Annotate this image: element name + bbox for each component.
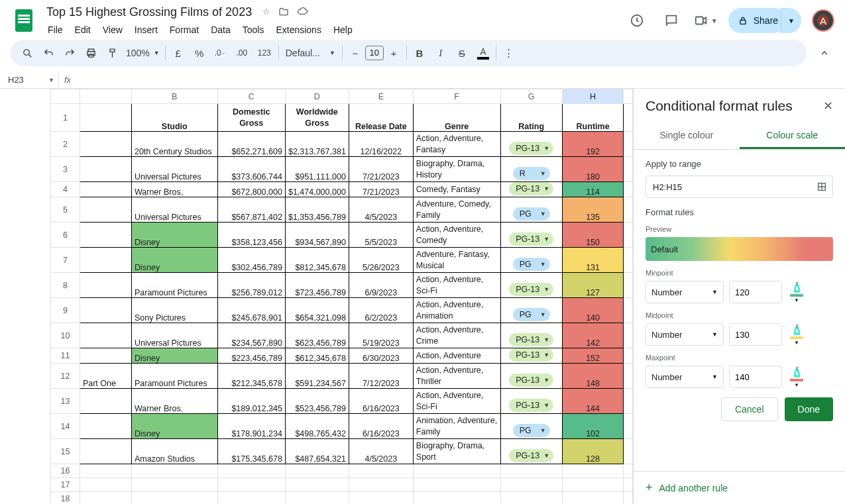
cell[interactable] bbox=[217, 478, 285, 492]
cell-studio[interactable]: Universal Pictures bbox=[131, 157, 217, 182]
header-cell[interactable]: Domestic Gross bbox=[217, 104, 285, 132]
font-size-increase[interactable]: + bbox=[384, 43, 404, 63]
cell-a[interactable] bbox=[80, 298, 131, 323]
cell[interactable] bbox=[217, 464, 285, 478]
share-button[interactable]: Share bbox=[728, 8, 786, 33]
strike-icon[interactable]: S bbox=[452, 43, 472, 63]
cell-rating[interactable]: PG▼ bbox=[500, 414, 562, 439]
cell[interactable] bbox=[349, 492, 413, 505]
row-header[interactable]: 9 bbox=[51, 298, 80, 323]
cell-domestic[interactable]: $178,901,234 bbox=[217, 414, 285, 439]
cell-studio[interactable]: Warner Bros. bbox=[131, 389, 217, 414]
rating-pill[interactable]: PG▼ bbox=[513, 308, 550, 321]
cell-runtime[interactable]: 140 bbox=[562, 298, 624, 323]
col-header[interactable]: F bbox=[413, 89, 500, 104]
row-header[interactable]: 16 bbox=[51, 464, 80, 478]
menu-help[interactable]: Help bbox=[328, 22, 358, 38]
cell[interactable] bbox=[285, 464, 349, 478]
cell[interactable] bbox=[131, 464, 217, 478]
cell-domestic[interactable]: $358,123,456 bbox=[217, 223, 285, 248]
cell-a[interactable] bbox=[80, 348, 131, 364]
cell-genre[interactable]: Action, Adventure, Sci-Fi bbox=[413, 389, 500, 414]
row-header[interactable]: 13 bbox=[51, 389, 80, 414]
cell-runtime[interactable]: 127 bbox=[562, 273, 624, 298]
cell-date[interactable]: 7/21/2023 bbox=[349, 182, 413, 197]
row-header[interactable]: 17 bbox=[51, 478, 80, 492]
cell-worldwide[interactable]: $934,567,890 bbox=[285, 223, 349, 248]
col-header[interactable] bbox=[80, 89, 131, 104]
sheets-logo[interactable] bbox=[11, 7, 37, 34]
cell-worldwide[interactable]: $487,654,321 bbox=[285, 439, 349, 464]
cell[interactable] bbox=[285, 478, 349, 492]
row-header[interactable]: 4 bbox=[51, 182, 80, 197]
cell-runtime[interactable]: 148 bbox=[562, 364, 624, 389]
cell-domestic[interactable]: $373,606,744 bbox=[217, 157, 285, 182]
cell-studio[interactable]: Disney bbox=[131, 414, 217, 439]
cell-runtime[interactable]: 150 bbox=[562, 223, 624, 248]
menu-edit[interactable]: Edit bbox=[70, 22, 96, 38]
menu-insert[interactable]: Insert bbox=[129, 22, 163, 38]
cell-domestic[interactable]: $223,456,789 bbox=[217, 348, 285, 364]
meet-icon[interactable]: ▼ bbox=[694, 9, 718, 32]
cell-a[interactable] bbox=[80, 248, 131, 273]
italic-icon[interactable]: I bbox=[431, 43, 451, 63]
maxpoint-color-picker[interactable]: 🧴▼ bbox=[787, 366, 806, 388]
cancel-button[interactable]: Cancel bbox=[721, 397, 778, 421]
cell[interactable] bbox=[349, 464, 413, 478]
cell-studio[interactable]: Disney bbox=[131, 248, 217, 273]
cell-worldwide[interactable]: $498,765,432 bbox=[285, 414, 349, 439]
rating-pill[interactable]: PG▼ bbox=[513, 424, 550, 437]
rating-pill[interactable]: PG-13▼ bbox=[509, 333, 553, 346]
menu-data[interactable]: Data bbox=[205, 22, 236, 38]
tab-single-colour[interactable]: Single colour bbox=[634, 123, 740, 149]
row-header[interactable]: 12 bbox=[51, 364, 80, 389]
menu-file[interactable]: File bbox=[42, 22, 68, 38]
midpoint-type-select[interactable]: Number▼ bbox=[646, 323, 724, 346]
cell-domestic[interactable]: $672,800,000 bbox=[217, 182, 285, 197]
rating-pill[interactable]: PG-13▼ bbox=[509, 348, 553, 362]
cell-domestic[interactable]: $256,789,012 bbox=[217, 273, 285, 298]
cell[interactable] bbox=[624, 478, 633, 492]
cell[interactable] bbox=[131, 492, 217, 505]
cell-worldwide[interactable]: $654,321,098 bbox=[285, 298, 349, 323]
minpoint-color-picker[interactable]: 🧴▼ bbox=[787, 281, 806, 303]
col-header[interactable] bbox=[624, 89, 633, 104]
cell-date[interactable]: 7/21/2023 bbox=[349, 157, 413, 182]
cell-rating[interactable]: PG▼ bbox=[500, 298, 562, 323]
fx-icon[interactable]: fx bbox=[58, 72, 76, 88]
rating-pill[interactable]: PG-13▼ bbox=[509, 182, 553, 195]
header-cell[interactable]: Rating bbox=[500, 104, 562, 132]
cell-genre[interactable]: Action, Adventure bbox=[413, 348, 500, 364]
cell-rating[interactable]: PG-13▼ bbox=[500, 389, 562, 414]
cell[interactable] bbox=[500, 478, 562, 492]
cell-studio[interactable]: Warner Bros. bbox=[131, 182, 217, 197]
cell-date[interactable]: 7/12/2023 bbox=[349, 364, 413, 389]
comments-icon[interactable] bbox=[659, 9, 683, 32]
header-cell[interactable]: Genre bbox=[413, 104, 500, 132]
font-select[interactable]: Defaul...▼ bbox=[282, 48, 339, 58]
cell-worldwide[interactable]: $2,313,767,381 bbox=[285, 132, 349, 157]
cell-a[interactable] bbox=[80, 223, 131, 248]
menu-format[interactable]: Format bbox=[164, 22, 204, 38]
cell-date[interactable]: 5/5/2023 bbox=[349, 223, 413, 248]
cell-rating[interactable]: PG-13▼ bbox=[500, 323, 562, 348]
cell-genre[interactable]: Adventure, Fantasy, Musical bbox=[413, 248, 500, 273]
share-dropdown[interactable]: ▼ bbox=[781, 8, 801, 33]
header-cell[interactable]: Release Date bbox=[349, 104, 413, 132]
rating-pill[interactable]: PG-13▼ bbox=[509, 142, 553, 155]
cell-domestic[interactable]: $652,271,609 bbox=[217, 132, 285, 157]
cell[interactable] bbox=[80, 104, 131, 132]
maxpoint-type-select[interactable]: Number▼ bbox=[646, 366, 724, 388]
row-header[interactable]: 8 bbox=[51, 273, 80, 298]
cell[interactable] bbox=[624, 492, 633, 505]
cell-date[interactable]: 6/9/2023 bbox=[349, 273, 413, 298]
cell-runtime[interactable]: 131 bbox=[562, 248, 624, 273]
zoom-select[interactable]: 100%▼ bbox=[123, 48, 162, 58]
col-header[interactable]: E bbox=[349, 89, 413, 104]
cell-studio[interactable]: Disney bbox=[131, 348, 217, 364]
cell-date[interactable]: 6/30/2023 bbox=[349, 348, 413, 364]
cell-rating[interactable]: R▼ bbox=[500, 157, 562, 182]
cell-rating[interactable]: PG-13▼ bbox=[500, 273, 562, 298]
cell-studio[interactable]: Paramount Pictures bbox=[131, 273, 217, 298]
rating-pill[interactable]: PG-13▼ bbox=[509, 232, 553, 246]
